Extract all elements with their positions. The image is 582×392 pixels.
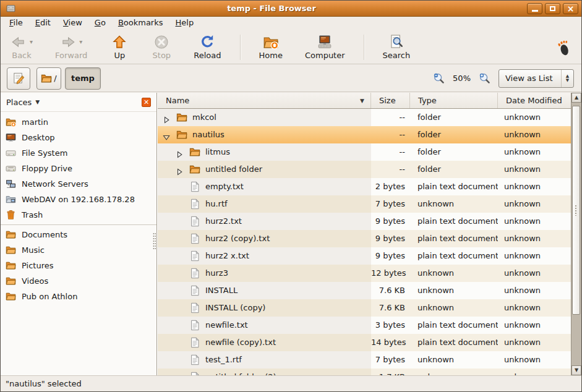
type-cell: plain text document [410, 247, 498, 265]
table-row[interactable]: litmus--folderunknown [158, 143, 571, 161]
minimize-icon [532, 10, 538, 12]
table-row[interactable]: hurz2 x.txt9 bytesplain text documentunk… [158, 247, 571, 265]
column-header-type[interactable]: Type [410, 93, 498, 108]
name-cell: mkcol [158, 109, 371, 126]
places-dropdown[interactable]: Places [6, 98, 32, 107]
table-row[interactable]: nautilus--folderunknown [158, 126, 571, 143]
paned-resize-handle[interactable] [153, 232, 156, 250]
table-row[interactable]: untitled folder--folderunknown [158, 161, 571, 178]
computer-button[interactable]: Computer [301, 33, 349, 61]
table-row[interactable]: mkcol--folderunknown [158, 109, 571, 126]
menu-help[interactable]: Help [169, 17, 200, 30]
reload-button[interactable]: Reload [190, 33, 225, 61]
size-cell: 7 bytes [371, 195, 410, 213]
sidebar-item-label: WebDAV on 192.168.178.28 [22, 195, 135, 204]
scroll-down-icon[interactable]: ▼ [571, 365, 581, 375]
sidebar-item-label: martin [22, 117, 48, 127]
table-row[interactable]: empty.txt2 bytesplain text documentunkno… [158, 178, 571, 195]
root-path-button[interactable]: / [36, 67, 61, 90]
titlebar[interactable]: temp - File Browser × [1, 1, 581, 17]
column-header-date-modified[interactable]: Date Modified [498, 93, 571, 108]
table-row[interactable]: test_1.rtf7 bytesunknownunknown [158, 351, 571, 369]
table-row[interactable]: hurz2 (copy).txt9 bytesplain text docume… [158, 230, 571, 247]
search-button[interactable]: Search [379, 33, 414, 61]
name-cell: test_1.rtf [158, 351, 371, 369]
statusbar: "nautilus" selected [1, 375, 581, 391]
sidebar-item-music[interactable]: Music [1, 242, 156, 258]
path-button-temp[interactable]: temp [65, 67, 101, 90]
expander-expanded-icon[interactable] [162, 130, 171, 139]
expander-collapsed-icon[interactable] [175, 148, 184, 156]
back-button: ▾Back [7, 33, 36, 61]
main-area: Places ▼ ✕ martinDesktopFile SystemFlopp… [1, 93, 581, 375]
date-cell: unknown [498, 351, 571, 369]
scrollbar-thumb[interactable] [572, 106, 580, 315]
expander-placeholder [175, 286, 184, 295]
toolbar-iconrow [263, 33, 279, 50]
sidebar-item-file-system[interactable]: File System [1, 145, 156, 161]
table-row[interactable]: INSTALL7.6 KBunknownunknown [158, 282, 571, 299]
root-path-label: / [54, 74, 56, 83]
sidebar-item-floppy-drive[interactable]: Floppy Drive [1, 161, 156, 176]
menu-edit[interactable]: Edit [29, 17, 57, 30]
status-text: "nautilus" selected [6, 379, 82, 388]
dropdown-arrow-icon: ▾ [30, 38, 33, 45]
sidebar-item-trash[interactable]: Trash [1, 207, 156, 223]
sidebar-item-desktop[interactable]: Desktop [1, 130, 156, 145]
name-cell: newfile.txt [158, 317, 371, 334]
table-row[interactable]: untitled folder (2)1.7 KBunknownunknown [158, 369, 571, 375]
minimize-button[interactable] [527, 3, 542, 14]
file-icon [189, 302, 200, 313]
type-cell: plain text document [410, 213, 498, 230]
size-cell: 7.6 KB [371, 282, 410, 299]
scroll-up-icon[interactable]: ▲ [571, 93, 581, 103]
table-row[interactable]: hu.rtf7 bytesunknownunknown [158, 195, 571, 213]
edit-location-button[interactable] [7, 67, 30, 90]
column-header-name[interactable]: Name▼ [158, 93, 371, 108]
sidebar-item-videos[interactable]: Videos [1, 273, 156, 289]
menu-file[interactable]: File [3, 17, 29, 30]
sidebar-item-webdav-on-192-168-178-28[interactable]: WebDAV on 192.168.178.28 [1, 192, 156, 207]
file-name: newfile.txt [205, 317, 248, 334]
size-cell: -- [371, 161, 410, 178]
vertical-scrollbar[interactable]: ▲ ▼ [571, 93, 581, 375]
sidebar-item-network-servers[interactable]: Network Servers [1, 176, 156, 192]
sidebar-item-pictures[interactable]: Pictures [1, 258, 156, 273]
reload-icon [199, 34, 215, 50]
name-cell: newfile (copy).txt [158, 334, 371, 351]
maximize-button[interactable] [545, 3, 560, 14]
zoom-out-button[interactable] [433, 72, 445, 84]
zoom-in-button[interactable] [479, 72, 490, 84]
type-cell: unknown [410, 282, 498, 299]
sidebar-item-martin[interactable]: martin [1, 114, 156, 130]
expander-placeholder [175, 321, 184, 330]
up-button[interactable]: Up [106, 33, 133, 61]
menu-view[interactable]: View [57, 17, 88, 30]
menu-bookmarks[interactable]: Bookmarks [112, 17, 169, 30]
sidebar-item-documents[interactable]: Documents [1, 227, 156, 242]
sidebar-item-pub-on-athlon[interactable]: Pub on Athlon [1, 289, 156, 304]
forward-arrow-icon [60, 34, 76, 50]
table-row[interactable]: hurz2.txt9 bytesplain text documentunkno… [158, 213, 571, 230]
file-name: litmus [205, 143, 230, 161]
expander-collapsed-icon[interactable] [175, 165, 184, 174]
expander-placeholder [175, 234, 184, 243]
menu-go[interactable]: Go [88, 17, 112, 30]
date-cell: unknown [498, 213, 571, 230]
expander-placeholder [175, 338, 184, 347]
sidebar-close-button[interactable]: ✕ [142, 98, 151, 107]
view-mode-select[interactable]: View as List ▲▼ [499, 69, 574, 88]
table-row[interactable]: INSTALL (copy)7.6 KBunknownunknown [158, 299, 571, 317]
expander-placeholder [175, 269, 184, 278]
table-row[interactable]: newfile (copy).txt14 bytesplain text doc… [158, 334, 571, 351]
folder-icon [6, 291, 16, 302]
expander-collapsed-icon[interactable] [162, 113, 171, 122]
file-icon [189, 354, 200, 365]
home-button[interactable]: Home [255, 33, 286, 61]
column-header-size[interactable]: Size [371, 93, 410, 108]
back-arrow-icon [11, 34, 27, 50]
close-button[interactable]: × [563, 3, 578, 14]
table-row[interactable]: hurz312 bytesunknownunknown [158, 265, 571, 282]
table-row[interactable]: newfile.txt3 bytesplain text documentunk… [158, 317, 571, 334]
name-cell: hurz2.txt [158, 213, 371, 230]
